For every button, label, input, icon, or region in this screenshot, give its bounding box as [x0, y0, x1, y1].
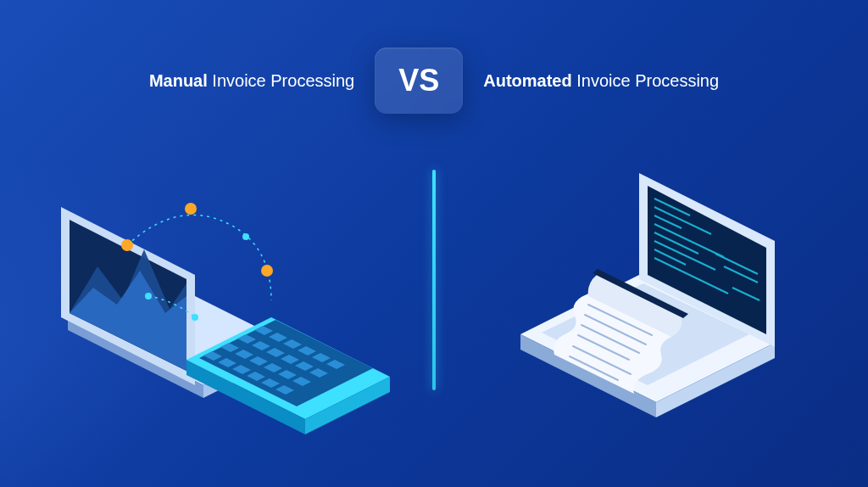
automated-bold: Automated	[483, 71, 571, 90]
svg-point-8	[185, 203, 197, 215]
header-row: Manual Invoice Processing VS Automated I…	[0, 0, 868, 114]
automated-svg	[461, 165, 817, 436]
vs-badge: VS	[375, 48, 463, 114]
manual-bold: Manual	[149, 71, 208, 90]
content-row	[0, 165, 868, 419]
automated-rest: Invoice Processing	[572, 71, 719, 90]
manual-rest: Invoice Processing	[208, 71, 354, 90]
svg-point-9	[242, 233, 249, 240]
automated-label: Automated Invoice Processing	[483, 71, 719, 91]
manual-label: Manual Invoice Processing	[149, 71, 354, 91]
svg-point-11	[145, 293, 152, 299]
svg-point-10	[261, 265, 273, 277]
svg-point-7	[121, 239, 133, 251]
manual-svg	[51, 165, 407, 436]
automated-illustration	[461, 165, 817, 419]
svg-point-12	[192, 314, 198, 321]
manual-illustration	[51, 165, 407, 419]
